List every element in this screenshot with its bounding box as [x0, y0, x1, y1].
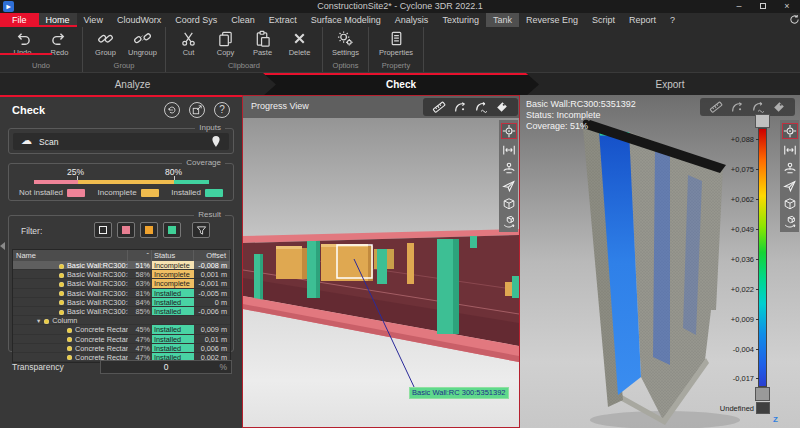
minimize-button[interactable]: –: [728, 0, 750, 13]
undefined-swatch[interactable]: [756, 402, 770, 414]
undo-button[interactable]: Undo: [4, 28, 41, 60]
annotation-icon[interactable]: [453, 100, 467, 114]
menu-home[interactable]: Home: [39, 13, 77, 27]
view-cube-icon[interactable]: [783, 197, 797, 211]
delete-button[interactable]: Delete: [281, 28, 318, 60]
transparency-slider[interactable]: 0 %: [100, 360, 232, 374]
coverage-bar[interactable]: [34, 180, 209, 184]
manipulate-icon[interactable]: [502, 215, 516, 229]
properties-button[interactable]: Properties: [373, 28, 419, 60]
reset-button[interactable]: [164, 102, 180, 118]
annotation-wave-icon[interactable]: [751, 100, 765, 114]
wall-annotation-tag[interactable]: Basic Wall:RC 300:5351392: [409, 387, 509, 399]
table-row[interactable]: Basic Wall:RC300:5339986 63% Incomplete …: [13, 279, 230, 288]
scale-label: -0,004: [714, 345, 754, 354]
group-button[interactable]: Group: [87, 28, 124, 60]
scale-overflow-low-swatch[interactable]: [755, 387, 770, 401]
scan-input-row[interactable]: ☁ Scan: [13, 133, 229, 150]
progress-view[interactable]: Progress View: [242, 95, 520, 428]
redo-button[interactable]: Redo: [41, 28, 78, 60]
table-row[interactable]: Basic Wall:RC300:5337854 84% Installed 0…: [13, 298, 230, 307]
filter-funnel-button[interactable]: [192, 222, 210, 238]
menu-clean[interactable]: Clean: [224, 13, 262, 27]
scale-label: +0,036: [714, 255, 754, 264]
settings-button[interactable]: Settings: [327, 28, 364, 60]
menu-analysis[interactable]: Analysis: [388, 13, 436, 27]
cut-button[interactable]: Cut: [170, 28, 207, 60]
menu-texturing[interactable]: Texturing: [435, 13, 486, 27]
view-cube-icon[interactable]: [502, 197, 516, 211]
transparency-label: Transparency: [12, 362, 64, 372]
filter-incomplete-button[interactable]: [140, 222, 158, 238]
sync-icon[interactable]: [782, 13, 800, 27]
filter-installed-button[interactable]: [163, 222, 181, 238]
table-row[interactable]: Basic Wall:RC300:5351392 51% Incomplete …: [13, 261, 230, 270]
tag-icon[interactable]: [495, 100, 509, 114]
menu-reverse-eng[interactable]: Reverse Eng: [519, 13, 585, 27]
color-scale-bar[interactable]: [758, 128, 767, 387]
menu-surface-modeling[interactable]: Surface Modeling: [304, 13, 388, 27]
paste-button[interactable]: Paste: [244, 28, 281, 60]
filter-all-button[interactable]: [94, 222, 112, 238]
copy-icon: [217, 30, 234, 47]
menu-help[interactable]: ?: [663, 13, 682, 27]
workflow-tab-check[interactable]: Check: [263, 73, 539, 96]
panel-title: Check: [12, 104, 45, 116]
delete-icon: [291, 30, 308, 47]
orbit-camera-icon[interactable]: [783, 161, 797, 175]
ungroup-button[interactable]: Ungroup: [124, 28, 161, 60]
table-row[interactable]: Basic Wall:RC300:5340925 58% Incomplete …: [13, 270, 230, 279]
table-row[interactable]: Concrete Rectangular:RC 47% Installed 0,…: [13, 344, 230, 353]
table-row[interactable]: Concrete Rectangular:RC 47% Installed 0,…: [13, 335, 230, 344]
menu-report[interactable]: Report: [622, 13, 663, 27]
annotation-icon[interactable]: [730, 100, 744, 114]
funnel-icon: [196, 225, 207, 236]
zoom-fit-icon[interactable]: [502, 143, 516, 157]
ruler-icon[interactable]: [709, 100, 723, 114]
maximize-button[interactable]: [752, 0, 774, 13]
annotation-wave-icon[interactable]: [474, 100, 488, 114]
element-icon: [67, 328, 72, 333]
table-row[interactable]: Basic Wall:RC300:5344085 85% Installed -…: [13, 307, 230, 316]
center-selection-icon[interactable]: [501, 123, 517, 139]
menu-tank[interactable]: Tank: [486, 13, 519, 27]
workflow-tab-export[interactable]: Export: [540, 73, 800, 96]
workflow-tab-analyze[interactable]: Analyze: [0, 73, 265, 96]
table-row[interactable]: Concrete Rectangular:RC 45% Installed 0,…: [13, 325, 230, 334]
table-header[interactable]: Name ˆ Status Offset: [13, 250, 230, 261]
filter-not-installed-button[interactable]: [117, 222, 135, 238]
fly-mode-icon[interactable]: [502, 179, 516, 193]
progress-3d-scene[interactable]: [243, 118, 519, 427]
detach-view-button[interactable]: [189, 102, 205, 118]
coverage-low-value[interactable]: 25%: [67, 167, 84, 177]
menu-script[interactable]: Script: [585, 13, 622, 27]
orbit-camera-icon[interactable]: [502, 161, 516, 175]
menu-file[interactable]: File: [0, 13, 39, 27]
scale-label: -0,017: [714, 374, 754, 383]
table-row[interactable]: Basic Wall:RC300:5339844 81% Installed -…: [13, 289, 230, 298]
cut-icon: [180, 30, 197, 47]
table-group-row[interactable]: ▾Column: [13, 316, 230, 325]
manipulate-icon[interactable]: [783, 215, 797, 229]
picker-pin-icon[interactable]: [210, 135, 222, 148]
menu-view[interactable]: View: [77, 13, 110, 27]
tag-icon[interactable]: [772, 100, 786, 114]
help-button[interactable]: ?: [214, 102, 230, 118]
inspection-view[interactable]: Basic Wall:RC300:5351392 Status: Incompl…: [520, 95, 800, 428]
element-icon: [59, 291, 64, 296]
copy-button[interactable]: Copy: [207, 28, 244, 60]
fly-mode-icon[interactable]: [783, 179, 797, 193]
scale-overflow-high-swatch[interactable]: [755, 114, 770, 128]
ruler-icon[interactable]: [432, 100, 446, 114]
close-button[interactable]: ×: [776, 0, 798, 13]
menu-extract[interactable]: Extract: [262, 13, 304, 27]
chevron-down-icon[interactable]: ▾: [37, 317, 40, 324]
coverage-segment-installed: [174, 180, 209, 184]
zoom-fit-icon[interactable]: [783, 143, 797, 157]
panel-collapse-arrow[interactable]: [0, 242, 5, 250]
center-selection-icon[interactable]: [782, 123, 798, 139]
scan-label: Scan: [39, 137, 58, 147]
element-icon: [67, 337, 72, 342]
menu-coordsys[interactable]: Coord Sys: [168, 13, 224, 27]
menu-cloudworx[interactable]: CloudWorx: [110, 13, 168, 27]
